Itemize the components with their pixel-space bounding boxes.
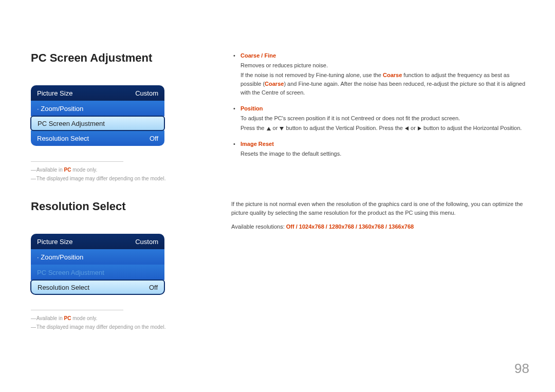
bullet-title: Image Reset <box>240 140 529 148</box>
arrow-left-icon <box>405 126 409 130</box>
right-column-1: Coarse / Fine Removes or reduces picture… <box>231 51 529 184</box>
arrow-up-icon <box>267 127 271 130</box>
heading-resolution-select: Resolution Select <box>31 200 195 213</box>
left-column-2: Resolution Select Picture Size Custom Zo… <box>31 200 195 333</box>
menu-label: Resolution Select <box>37 135 89 142</box>
resolution-available: Available resolutions: Off / 1024x768 / … <box>231 222 529 231</box>
divider <box>31 310 123 310</box>
bullet-text: Resets the image to the default settings… <box>240 150 529 158</box>
menu-label: PC Screen Adjustment <box>38 120 105 127</box>
menu-value: Off <box>150 135 158 142</box>
section-pc-screen-adjustment: PC Screen Adjustment Picture Size Custom… <box>31 51 529 184</box>
bullet-title: Coarse / Fine <box>240 51 529 60</box>
menu-label: Resolution Select <box>38 284 89 291</box>
bullet-coarse-fine: Coarse / Fine Removes or reduces picture… <box>231 51 529 97</box>
menu-row-picture-size: Picture Size Custom <box>31 234 164 249</box>
arrow-down-icon <box>280 127 284 130</box>
left-column-1: PC Screen Adjustment Picture Size Custom… <box>31 51 195 184</box>
footnote-image-differ: The displayed image may differ depending… <box>31 176 195 181</box>
menu-label: Zoom/Position <box>37 105 83 113</box>
section-resolution-select: Resolution Select Picture Size Custom Zo… <box>31 200 529 333</box>
footnote-pc-mode: Available in PC mode only. <box>31 315 195 321</box>
bullet-image-reset: Image Reset Resets the image to the defa… <box>231 140 529 158</box>
heading-pc-screen-adjustment: PC Screen Adjustment <box>31 51 195 65</box>
menu-value: Off <box>149 284 158 291</box>
menu-label: Picture Size <box>37 89 72 97</box>
menu-value: Custom <box>135 238 158 246</box>
menu-row-pc-screen-adjustment: PC Screen Adjustment <box>30 116 165 131</box>
arrow-right-icon <box>418 126 421 130</box>
bullet-text: To adjust the PC's screen position if it… <box>240 114 529 123</box>
right-column-2: If the picture is not normal even when t… <box>231 200 529 333</box>
menu-label: PC Screen Adjustment <box>37 269 104 276</box>
bullet-title: Position <box>240 104 529 113</box>
menu-label: Zoom/Position <box>37 253 83 261</box>
bullet-text: Press the or button to adjust the Vertic… <box>240 124 529 133</box>
menu-row-zoom-position: Zoom/Position <box>31 101 164 116</box>
bullet-position: Position To adjust the PC's screen posit… <box>231 104 529 133</box>
menu-row-resolution-select: Resolution Select Off <box>31 130 164 146</box>
bullet-text: If the noise is not removed by Fine-tuni… <box>240 71 529 97</box>
resolution-intro: If the picture is not normal even when t… <box>231 200 529 217</box>
menu-value: Custom <box>135 89 158 97</box>
divider <box>31 161 123 162</box>
page-number: 98 <box>514 361 529 377</box>
menu-row-resolution-select: Resolution Select Off <box>30 279 165 295</box>
menu-row-picture-size: Picture Size Custom <box>31 85 164 101</box>
menu-label: Picture Size <box>37 238 72 246</box>
menu-pc-screen: Picture Size Custom Zoom/Position PC Scr… <box>31 85 164 146</box>
menu-row-pc-screen-adjustment: PC Screen Adjustment <box>31 265 164 280</box>
menu-resolution-select: Picture Size Custom Zoom/Position PC Scr… <box>31 234 164 295</box>
bullet-text: Removes or reduces picture noise. <box>240 61 529 70</box>
footnote-image-differ: The displayed image may differ depending… <box>31 324 195 330</box>
bullet-list-pc-screen: Coarse / Fine Removes or reduces picture… <box>231 51 529 158</box>
footnote-pc-mode: Available in PC mode only. <box>31 167 195 173</box>
menu-row-zoom-position: Zoom/Position <box>31 249 164 265</box>
